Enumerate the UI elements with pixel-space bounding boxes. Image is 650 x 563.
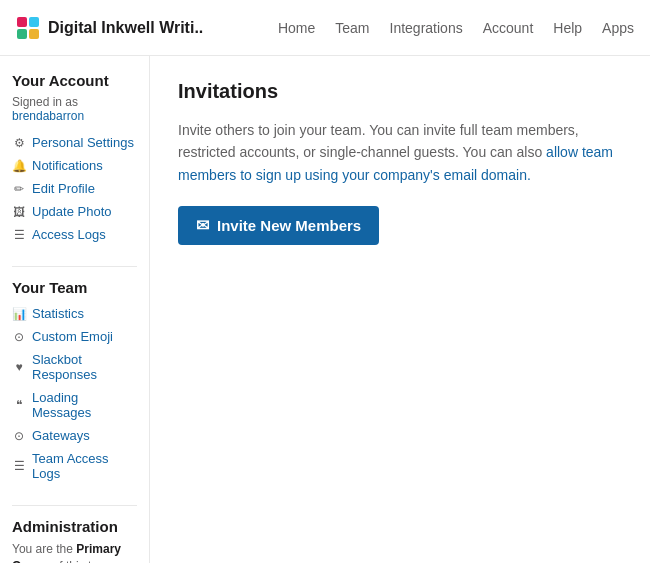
sidebar-administration: Administration You are the Primary Owner… — [12, 518, 137, 563]
sidebar-item-team-access-logs[interactable]: ☰ Team Access Logs — [12, 447, 137, 485]
sidebar-item-edit-profile[interactable]: ✏ Edit Profile — [12, 177, 137, 200]
brand-logo — [16, 16, 40, 40]
sidebar-divider-2 — [12, 505, 137, 506]
emoji-icon: ⊙ — [12, 330, 26, 344]
quote-icon: ❝ — [12, 398, 26, 412]
layout: Your Account Signed in as brendabarron ⚙… — [0, 56, 650, 563]
sidebar-signed-in: Signed in as brendabarron — [12, 95, 137, 123]
pencil-icon: ✏ — [12, 182, 26, 196]
sidebar-admin-title: Administration — [12, 518, 137, 535]
sidebar-username: brendabarron — [12, 109, 84, 123]
main-content: Invitations Invite others to join your t… — [150, 56, 650, 563]
invite-new-members-button[interactable]: ✉ Invite New Members — [178, 206, 379, 245]
sidebar-item-statistics[interactable]: 📊 Statistics — [12, 302, 137, 325]
brand-name: Digital Inkwell Writi.. — [48, 19, 203, 37]
bell-icon: 🔔 — [12, 159, 26, 173]
sidebar-your-team: Your Team 📊 Statistics ⊙ Custom Emoji ♥ … — [12, 279, 137, 485]
nav-integrations[interactable]: Integrations — [390, 20, 463, 36]
sidebar-item-personal-settings[interactable]: ⚙ Personal Settings — [12, 131, 137, 154]
nav-home[interactable]: Home — [278, 20, 315, 36]
nav-account[interactable]: Account — [483, 20, 534, 36]
sidebar-item-slackbot-responses[interactable]: ♥ Slackbot Responses — [12, 348, 137, 386]
gateway-icon: ⊙ — [12, 429, 26, 443]
sidebar-your-account-title: Your Account — [12, 72, 137, 89]
chart-icon: 📊 — [12, 307, 26, 321]
brand: Digital Inkwell Writi.. — [16, 16, 203, 40]
svg-rect-2 — [17, 29, 27, 39]
sidebar-your-account: Your Account Signed in as brendabarron ⚙… — [12, 72, 137, 246]
envelope-btn-icon: ✉ — [196, 216, 209, 235]
nav-apps[interactable]: Apps — [602, 20, 634, 36]
list-icon: ☰ — [12, 228, 26, 242]
log-icon: ☰ — [12, 459, 26, 473]
header: Digital Inkwell Writi.. Home Team Integr… — [0, 0, 650, 56]
sidebar-item-gateways[interactable]: ⊙ Gateways — [12, 424, 137, 447]
svg-rect-3 — [29, 29, 39, 39]
gear-icon: ⚙ — [12, 136, 26, 150]
photo-icon: 🖼 — [12, 205, 26, 219]
sidebar-item-access-logs[interactable]: ☰ Access Logs — [12, 223, 137, 246]
page-title: Invitations — [178, 80, 622, 103]
nav-help[interactable]: Help — [553, 20, 582, 36]
header-nav: Home Team Integrations Account Help Apps — [278, 20, 634, 36]
sidebar-admin-role-text: You are the Primary Owner of this team — [12, 541, 137, 563]
svg-rect-0 — [17, 17, 27, 27]
nav-team[interactable]: Team — [335, 20, 369, 36]
sidebar-item-custom-emoji[interactable]: ⊙ Custom Emoji — [12, 325, 137, 348]
svg-rect-1 — [29, 17, 39, 27]
sidebar-item-loading-messages[interactable]: ❝ Loading Messages — [12, 386, 137, 424]
sidebar-item-update-photo[interactable]: 🖼 Update Photo — [12, 200, 137, 223]
heart-icon: ♥ — [12, 360, 26, 374]
sidebar: Your Account Signed in as brendabarron ⚙… — [0, 56, 150, 563]
invitations-description: Invite others to join your team. You can… — [178, 119, 622, 186]
sidebar-divider-1 — [12, 266, 137, 267]
sidebar-item-notifications[interactable]: 🔔 Notifications — [12, 154, 137, 177]
sidebar-your-team-title: Your Team — [12, 279, 137, 296]
